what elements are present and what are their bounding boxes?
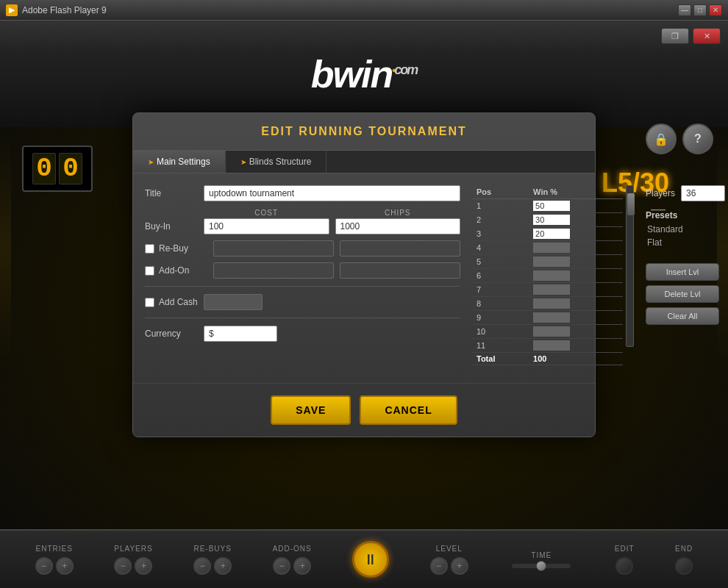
- currency-input[interactable]: [204, 326, 277, 342]
- tab-arrow-icon-2: ➤: [240, 158, 246, 166]
- tab-blinds-structure[interactable]: ➤ Blinds Structure: [226, 151, 327, 173]
- insert-lvl-button[interactable]: Insert Lvl: [646, 263, 719, 281]
- save-button[interactable]: SAVE: [271, 395, 351, 425]
- players-minus-button[interactable]: −: [114, 557, 132, 575]
- win-input[interactable]: [533, 284, 570, 295]
- blinds-row: 8: [472, 297, 623, 311]
- blinds-row: 11: [472, 339, 623, 353]
- window-title: Adobe Flash Player 9: [22, 5, 676, 15]
- play-pause-button[interactable]: ⏸: [352, 541, 389, 578]
- blinds-row: 2: [472, 213, 623, 227]
- win-input[interactable]: [533, 257, 570, 267]
- pos-cell: 10: [472, 325, 529, 339]
- win-header: Win %: [529, 185, 623, 199]
- addon-chips-input[interactable]: [340, 262, 460, 279]
- title-input[interactable]: [204, 185, 460, 201]
- win-input[interactable]: [533, 340, 570, 351]
- level-label: LEVEL: [436, 545, 463, 553]
- currency-row: Currency: [145, 326, 460, 342]
- end-button[interactable]: [675, 557, 693, 575]
- buyin-chips-input[interactable]: [335, 218, 461, 234]
- pos-cell: 9: [472, 311, 529, 325]
- players-section: PLAYERS − +: [114, 545, 152, 575]
- cost-header-label: COST: [204, 209, 329, 217]
- pause-icon: ⏸: [363, 551, 378, 568]
- addons-plus-button[interactable]: +: [293, 557, 311, 575]
- title-label: Title: [145, 188, 204, 198]
- entries-minus-button[interactable]: −: [35, 557, 53, 575]
- rebuys-label: RE-BUYS: [193, 545, 231, 553]
- edit-button[interactable]: [615, 557, 633, 575]
- scrollbar-thumb[interactable]: [627, 193, 635, 215]
- time-label: TIME: [531, 551, 552, 559]
- addon-label: Add-On: [159, 265, 213, 276]
- win-cell: [529, 227, 623, 241]
- level-plus-button[interactable]: +: [451, 557, 468, 575]
- total-value: 100: [529, 353, 623, 365]
- tab-main-settings[interactable]: ➤ Main Settings: [133, 151, 226, 173]
- time-slider-thumb[interactable]: [536, 561, 546, 571]
- players-plus-button[interactable]: +: [135, 557, 152, 575]
- pos-cell: 11: [472, 339, 529, 353]
- minimize-button[interactable]: —: [678, 4, 691, 16]
- addcash-input[interactable]: [204, 294, 263, 310]
- addons-label: ADD-ONS: [273, 545, 312, 553]
- buyin-label: Buy-In: [145, 221, 204, 232]
- presets-title: Presets: [646, 210, 728, 220]
- blinds-row: 7: [472, 283, 623, 297]
- blinds-row: 9: [472, 311, 623, 325]
- delete-lvl-button[interactable]: Delete Lvl: [646, 285, 719, 303]
- level-minus-button[interactable]: −: [430, 557, 448, 575]
- cancel-button[interactable]: CANCEL: [360, 395, 457, 425]
- win-input[interactable]: [533, 270, 570, 281]
- entries-plus-button[interactable]: +: [56, 557, 74, 575]
- addcash-checkbox[interactable]: [145, 298, 154, 307]
- win-input[interactable]: [533, 201, 570, 211]
- chips-header-label: CHIPS: [335, 209, 461, 217]
- currency-label: Currency: [145, 329, 204, 339]
- addons-section: ADD-ONS − +: [273, 545, 312, 575]
- pos-cell: 5: [472, 255, 529, 269]
- end-label: END: [675, 545, 693, 553]
- rebuy-chips-input[interactable]: [340, 240, 460, 257]
- rebuy-cost-input[interactable]: [213, 240, 334, 257]
- win-cell: [529, 199, 623, 213]
- pos-cell: 2: [472, 213, 529, 227]
- pos-cell: 3: [472, 227, 529, 241]
- win-input[interactable]: [533, 326, 570, 337]
- edit-tournament-modal: EDIT RUNNING TOURNAMENT ➤ Main Settings …: [132, 112, 596, 437]
- win-input[interactable]: [533, 215, 570, 225]
- end-section: END: [675, 545, 693, 575]
- pos-cell: 4: [472, 241, 529, 255]
- buyin-cost-input[interactable]: [204, 218, 329, 234]
- blinds-table: Pos Win % 1234567891011 Total: [472, 185, 623, 365]
- win-cell: [529, 269, 623, 283]
- modal-footer: SAVE CANCEL: [133, 383, 595, 437]
- addons-minus-button[interactable]: −: [273, 557, 290, 575]
- win-input[interactable]: [533, 229, 570, 239]
- restore-button[interactable]: □: [693, 4, 707, 16]
- addon-checkbox[interactable]: [145, 266, 154, 276]
- preset-flat[interactable]: Flat: [646, 237, 728, 248]
- win-cell: [529, 311, 623, 325]
- players-input[interactable]: [681, 185, 725, 201]
- blinds-row: 1: [472, 199, 623, 213]
- close-window-button[interactable]: ✕: [709, 4, 722, 16]
- win-input[interactable]: [533, 298, 570, 309]
- addcash-label: Add Cash: [159, 297, 198, 307]
- modal-tabs: ➤ Main Settings ➤ Blinds Structure: [133, 151, 595, 173]
- buyin-row: Buy-In: [145, 218, 460, 234]
- time-slider[interactable]: [512, 564, 571, 568]
- rebuy-checkbox[interactable]: [145, 244, 154, 254]
- rebuys-minus-button[interactable]: −: [193, 557, 211, 575]
- win-input[interactable]: [533, 312, 570, 323]
- blinds-table-panel: Pos Win % 1234567891011 Total: [472, 185, 634, 371]
- rebuys-plus-button[interactable]: +: [214, 557, 232, 575]
- pos-cell: 1: [472, 199, 529, 213]
- preset-standard[interactable]: Standard: [646, 223, 728, 235]
- scrollbar-track[interactable]: [626, 185, 634, 347]
- clear-all-button[interactable]: Clear All: [646, 307, 719, 325]
- win-input[interactable]: [533, 243, 570, 253]
- addon-cost-input[interactable]: [213, 262, 334, 279]
- cost-chips-header: COST CHIPS: [204, 209, 460, 217]
